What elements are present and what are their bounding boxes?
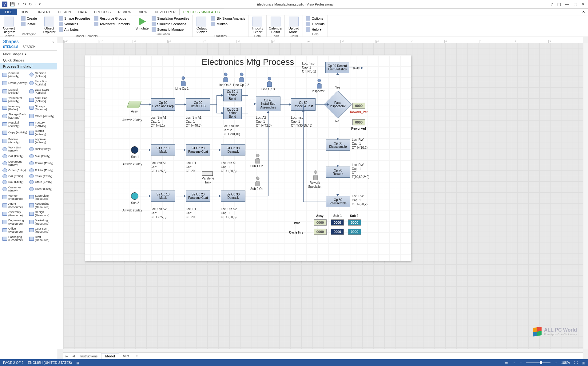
tab-review[interactable]: REVIEW — [114, 9, 135, 15]
object-explorer-button[interactable]: Object Explorer — [42, 16, 56, 34]
simulate-scenarios-button[interactable]: Simulate Scenarios — [150, 22, 191, 26]
create-button[interactable]: Create — [20, 16, 38, 21]
ribbon-tabs: FILE HOME INSERT DESIGN DATA PROCESS REV… — [0, 9, 588, 15]
convert-diagram-button[interactable]: Convert Diagram — [2, 16, 16, 34]
upload-model-button[interactable]: Upload Model — [287, 16, 301, 34]
tab-home[interactable]: HOME — [17, 9, 34, 15]
file-tab[interactable]: FILE — [0, 9, 17, 15]
collapse-ribbon-icon[interactable]: ✕ — [579, 9, 588, 15]
group-help: Options Tutorials Help ▾ Help — [303, 15, 328, 37]
tab-process[interactable]: PROCESS — [90, 9, 114, 15]
redo-icon[interactable]: ↷ — [23, 2, 26, 6]
tutorials-button[interactable]: Tutorials — [305, 22, 326, 26]
group-help-label: Help — [305, 32, 326, 37]
group-statistics-label: Statistics — [194, 34, 246, 37]
six-sigma-button[interactable]: Six Sigma Analysis — [210, 16, 246, 21]
qat-dropdown-icon[interactable]: ▾ — [39, 2, 41, 6]
window-controls: ? ▢ — ▢ ✕ — [548, 2, 588, 6]
group-data-label: Data — [250, 34, 264, 37]
group-model-elements: Object Explorer Shape Properties Variabl… — [40, 15, 133, 37]
options-button[interactable]: Options — [305, 16, 326, 21]
close-icon[interactable]: ✕ — [582, 2, 585, 6]
undo-icon[interactable]: ↶ — [17, 2, 21, 6]
install-button[interactable]: Install — [20, 22, 38, 26]
tab-design[interactable]: DESIGN — [54, 9, 74, 15]
output-viewer-button[interactable]: Output Viewer — [194, 16, 209, 34]
title-bar: V 💾 ↶ ↷ ⟳ ▫ ▾ Electronics Manufacturing.… — [0, 0, 588, 9]
group-cloud: Upload Model Cloud — [285, 15, 303, 37]
quick-access-toolbar: V 💾 ↶ ↷ ⟳ ▫ ▾ — [0, 2, 43, 7]
ribbon-display-icon[interactable]: ▢ — [557, 2, 561, 6]
tab-process-simulator[interactable]: PROCESS SIMULATOR — [179, 9, 224, 15]
shape-properties-button[interactable]: Shape Properties — [58, 16, 92, 21]
ribbon: Convert Diagram Convert Create Install P… — [0, 15, 588, 37]
tab-insert[interactable]: INSERT — [34, 9, 54, 15]
group-tools-label: Tools — [268, 34, 283, 37]
group-convert: Convert Diagram Convert — [0, 15, 18, 37]
help-icon[interactable]: ? — [551, 2, 553, 6]
variables-button[interactable]: Variables — [58, 22, 92, 26]
group-tools: Calendar Editor Tools — [267, 15, 285, 37]
group-convert-label: Convert — [2, 34, 16, 37]
save-icon[interactable]: 💾 — [10, 2, 15, 6]
minitab-button[interactable]: Minitab — [210, 22, 246, 26]
group-simulation: Simulate Simulation Properties Simulate … — [133, 15, 193, 37]
tab-data[interactable]: DATA — [75, 9, 91, 15]
help-button[interactable]: Help ▾ — [305, 27, 326, 32]
group-packaging: Create Install Packaging — [18, 15, 40, 37]
group-simulation-label: Simulation — [135, 32, 191, 37]
sync-icon[interactable]: ▫ — [35, 2, 36, 6]
simulation-properties-button[interactable]: Simulation Properties — [150, 16, 191, 21]
visio-icon: V — [2, 2, 7, 7]
calendar-editor-button[interactable]: Calendar Editor — [268, 16, 283, 34]
refresh-icon[interactable]: ⟳ — [29, 2, 32, 6]
group-data: Import / Export Data — [248, 15, 267, 37]
group-cloud-label: Cloud — [287, 34, 301, 37]
resource-groups-button[interactable]: Resource Groups — [93, 16, 131, 21]
import-export-button[interactable]: Import / Export — [250, 16, 264, 34]
document-title: Electronics Manufacturing.vsdx - Visio P… — [43, 2, 548, 6]
group-packaging-label: Packaging — [20, 32, 38, 37]
tab-view[interactable]: VIEW — [135, 9, 151, 15]
simulate-button[interactable]: Simulate — [135, 16, 149, 30]
scenario-manager-button[interactable]: Scenario Manager — [150, 27, 191, 32]
group-model-elements-label: Model Elements — [42, 34, 131, 37]
advanced-elements-button[interactable]: Advanced Elements — [93, 22, 131, 26]
maximize-icon[interactable]: ▢ — [574, 2, 577, 6]
attributes-button[interactable]: Attributes — [58, 27, 92, 32]
group-statistics: Output Viewer Six Sigma Analysis Minitab… — [193, 15, 248, 37]
minimize-icon[interactable]: — — [565, 2, 569, 6]
tab-developer[interactable]: DEVELOPER — [151, 9, 179, 15]
